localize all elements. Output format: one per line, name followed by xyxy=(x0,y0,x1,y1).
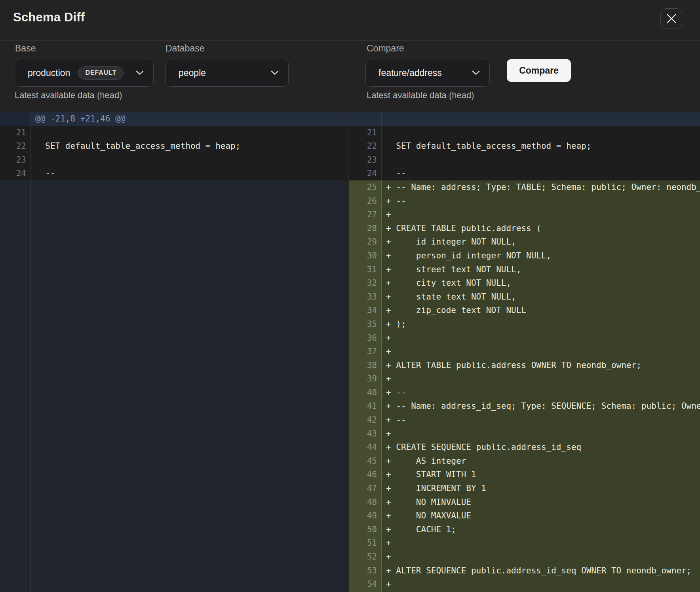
compare-data-hint: Latest available data (head) xyxy=(367,90,474,101)
close-icon xyxy=(666,13,677,24)
diff-row: 42+ -- xyxy=(349,413,700,427)
line-number: 23 xyxy=(0,153,31,167)
diff-row: 31+ street text NOT NULL, xyxy=(349,263,700,277)
line-number: 44 xyxy=(349,440,382,454)
diff-pane-base: @@ -21,8 +21,46 @@ 21 22 SET default_tab… xyxy=(0,112,348,592)
code-line: + CACHE 1; xyxy=(382,523,700,537)
code-line: -- xyxy=(31,167,348,180)
line-number: 33 xyxy=(349,290,382,304)
code-line: + street text NOT NULL, xyxy=(382,263,700,277)
code-line: + xyxy=(382,536,700,550)
diff-row: 35+ ); xyxy=(349,317,700,331)
default-badge: DEFAULT xyxy=(78,66,124,80)
code-line: + -- xyxy=(382,194,700,208)
filler-gutter xyxy=(0,180,31,592)
diff-row: 47+ INCREMENT BY 1 xyxy=(349,482,700,495)
code-line: + ALTER TABLE public.address OWNER TO ne… xyxy=(382,359,700,372)
diff-row: 29+ id integer NOT NULL, xyxy=(349,235,700,249)
line-number: 43 xyxy=(349,427,382,441)
line-number: 24 xyxy=(349,167,382,180)
line-number: 21 xyxy=(0,126,31,140)
diff-row: 22 SET default_table_access_method = hea… xyxy=(349,139,700,153)
database-select[interactable]: people xyxy=(165,59,289,87)
line-number: 28 xyxy=(349,222,382,235)
chevron-down-icon xyxy=(472,70,480,75)
line-number: 30 xyxy=(349,249,382,263)
line-number: 39 xyxy=(349,372,382,386)
page-title: Schema Diff xyxy=(13,10,85,25)
close-button[interactable] xyxy=(660,8,682,28)
line-number: 29 xyxy=(349,235,382,249)
diff-row: 30+ person_id integer NOT NULL, xyxy=(349,249,700,263)
diff-row: 40+ -- xyxy=(349,386,700,400)
base-branch-select[interactable]: production DEFAULT xyxy=(15,59,154,87)
code-line: + city text NOT NULL, xyxy=(382,276,700,290)
line-number: 40 xyxy=(349,386,382,400)
line-number: 46 xyxy=(349,468,382,482)
code-line: + CREATE SEQUENCE public.address_id_seq xyxy=(382,440,700,454)
diff-row: 45+ AS integer xyxy=(349,454,700,468)
line-number: 24 xyxy=(0,167,31,180)
line-number: 34 xyxy=(349,304,382,317)
line-number: 26 xyxy=(349,194,382,208)
hunk-header-row xyxy=(349,112,700,126)
code-line: -- xyxy=(382,167,700,180)
code-line: SET default_table_access_method = heap; xyxy=(31,139,348,153)
hunk-header: @@ -21,8 +21,46 @@ xyxy=(31,112,348,126)
diff-row: 32+ city text NOT NULL, xyxy=(349,276,700,290)
diff-row: 24 -- xyxy=(0,167,348,180)
diff-rows-compare: 21 22 SET default_table_access_method = … xyxy=(349,126,700,591)
diff-row: 53+ ALTER SEQUENCE public.address_id_seq… xyxy=(349,564,700,578)
schema-diff-viewer: @@ -21,8 +21,46 @@ 21 22 SET default_tab… xyxy=(0,112,700,592)
code-line xyxy=(31,126,348,140)
code-line xyxy=(31,153,348,167)
code-line: + xyxy=(382,345,700,359)
line-number: 22 xyxy=(349,139,382,153)
code-line: + person_id integer NOT NULL, xyxy=(382,249,700,263)
line-number: 36 xyxy=(349,331,382,345)
line-number: 23 xyxy=(349,153,382,167)
compare-branch-value: feature/address xyxy=(379,68,442,78)
diff-row: 50+ CACHE 1; xyxy=(349,523,700,537)
diff-row: 37+ xyxy=(349,345,700,359)
line-number: 52 xyxy=(349,550,382,564)
code-line xyxy=(382,153,700,167)
code-line: + xyxy=(382,372,700,386)
code-line: + ); xyxy=(382,317,700,331)
line-number: 22 xyxy=(0,139,31,153)
line-number: 54 xyxy=(349,577,382,591)
code-line: + xyxy=(382,577,700,591)
code-line: + id integer NOT NULL, xyxy=(382,235,700,249)
line-number: 53 xyxy=(349,564,382,578)
line-number: 31 xyxy=(349,263,382,277)
diff-row: 26+ -- xyxy=(349,194,700,208)
line-number: 25 xyxy=(349,180,382,194)
line-number: 48 xyxy=(349,495,382,509)
code-line: + -- Name: address_id_seq; Type: SEQUENC… xyxy=(382,399,700,413)
code-line xyxy=(382,126,700,140)
diff-row: 23 xyxy=(0,153,348,167)
line-number: 50 xyxy=(349,523,382,537)
diff-row: 33+ state text NOT NULL, xyxy=(349,290,700,304)
line-number: 38 xyxy=(349,359,382,372)
chevron-down-icon xyxy=(271,70,279,75)
code-line: + START WITH 1 xyxy=(382,468,700,482)
compare-branch-select[interactable]: feature/address xyxy=(365,59,490,87)
line-number: 51 xyxy=(349,536,382,550)
diff-row: 24 -- xyxy=(349,167,700,180)
modal-header: Schema Diff xyxy=(0,0,700,41)
base-label: Base xyxy=(15,43,36,54)
compare-label: Compare xyxy=(367,43,404,54)
chevron-down-icon xyxy=(136,70,144,75)
code-line: + INCREMENT BY 1 xyxy=(382,482,700,495)
database-label: Database xyxy=(165,43,204,54)
database-value: people xyxy=(179,68,206,78)
diff-row: 48+ NO MINVALUE xyxy=(349,495,700,509)
hunk-gutter xyxy=(349,112,382,126)
line-number: 37 xyxy=(349,345,382,359)
hunk-header-row: @@ -21,8 +21,46 @@ xyxy=(0,112,348,126)
code-line: + CREATE TABLE public.address ( xyxy=(382,222,700,235)
compare-button[interactable]: Compare xyxy=(507,59,571,82)
line-number: 21 xyxy=(349,126,382,140)
code-line: + NO MAXVALUE xyxy=(382,509,700,523)
